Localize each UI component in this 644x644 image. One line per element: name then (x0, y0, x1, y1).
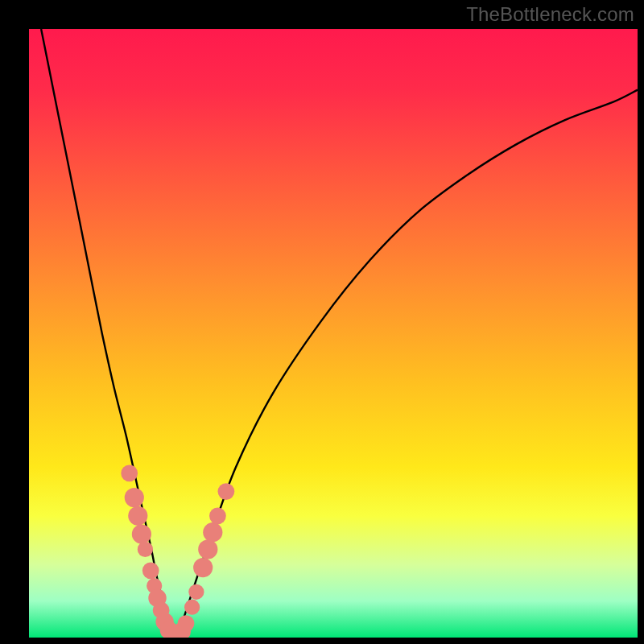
curve-marker (184, 600, 200, 615)
plot-area (29, 29, 638, 638)
chart-frame: TheBottleneck.com (0, 0, 644, 644)
curve-marker (203, 522, 222, 542)
curve-marker (138, 542, 153, 557)
curve-marker (142, 562, 159, 579)
curve-marker (121, 465, 138, 482)
curve-marker (193, 558, 213, 577)
curve-marker (125, 488, 144, 507)
curve-marker (188, 584, 204, 600)
curve-marker (178, 615, 195, 632)
curve-svg (29, 29, 638, 638)
curve-marker (128, 506, 147, 526)
curve-marker (218, 483, 235, 500)
curve-marker (132, 524, 151, 543)
watermark-text: TheBottleneck.com (466, 3, 634, 26)
bottleneck-curve (41, 29, 638, 638)
curve-marker (209, 507, 226, 524)
marker-layer (121, 465, 234, 638)
curve-marker (198, 539, 217, 559)
